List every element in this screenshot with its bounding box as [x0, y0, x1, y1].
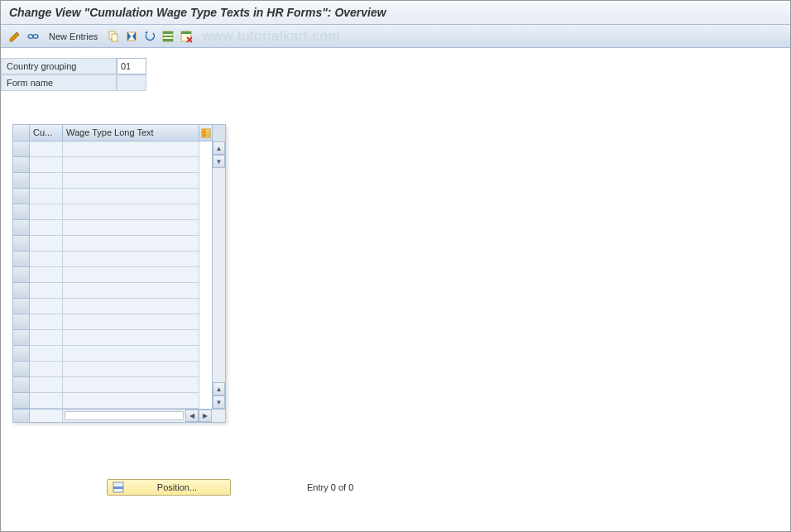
row-selector[interactable] [13, 157, 30, 173]
cell-wage-type[interactable] [63, 314, 199, 330]
cell-wage-type[interactable] [63, 173, 199, 189]
entry-status-text: Entry 0 of 0 [307, 482, 353, 492]
row-selector[interactable] [13, 252, 30, 267]
cell-cu[interactable] [30, 204, 63, 220]
table-row[interactable] [12, 346, 212, 362]
row-selector[interactable] [13, 204, 30, 220]
cell-wage-type[interactable] [63, 283, 199, 299]
table-row[interactable] [12, 236, 212, 252]
cell-cu[interactable] [30, 236, 63, 252]
cell-cu[interactable] [30, 362, 63, 377]
cell-cu[interactable] [30, 252, 63, 267]
table-row[interactable] [12, 204, 212, 220]
table-row[interactable] [12, 393, 212, 409]
cell-wage-type[interactable] [63, 346, 199, 362]
table-row[interactable] [12, 377, 212, 393]
cell-wage-type[interactable] [63, 236, 199, 252]
column-header-cu[interactable]: Cu... [30, 125, 63, 141]
table-row[interactable] [12, 362, 212, 377]
cell-wage-type[interactable] [63, 189, 199, 204]
select-all-column-header[interactable] [13, 125, 30, 141]
toggle-display-change-icon[interactable] [7, 29, 22, 44]
table-row[interactable] [12, 299, 212, 314]
delete-icon[interactable] [124, 29, 139, 44]
cell-wage-type[interactable] [63, 141, 199, 157]
watermark-text: www.tutorialkart.com [202, 28, 340, 45]
row-selector[interactable] [13, 141, 30, 157]
position-button[interactable]: Position... [107, 479, 231, 496]
cell-cu[interactable] [30, 267, 63, 283]
row-selector[interactable] [13, 362, 30, 377]
svg-rect-6 [163, 31, 173, 34]
row-selector[interactable] [13, 220, 30, 236]
scroll-down-button-2[interactable]: ▼ [213, 395, 225, 409]
table-row[interactable] [12, 252, 212, 267]
cell-wage-type[interactable] [63, 157, 199, 173]
cell-cu[interactable] [30, 173, 63, 189]
cell-cu[interactable] [30, 220, 63, 236]
column-header-wage-type[interactable]: Wage Type Long Text [63, 125, 199, 141]
table-row[interactable] [12, 314, 212, 330]
cell-cu[interactable] [30, 189, 63, 204]
cell-cu[interactable] [30, 314, 63, 330]
row-selector[interactable] [13, 283, 30, 299]
row-selector[interactable] [13, 330, 30, 346]
table-row[interactable] [12, 141, 212, 157]
country-grouping-label: Country grouping [1, 58, 117, 74]
scroll-left-button[interactable]: ◀ [185, 410, 199, 422]
cell-cu[interactable] [30, 393, 63, 409]
row-selector[interactable] [13, 299, 30, 314]
hscroll-thumb[interactable] [65, 411, 184, 420]
cell-wage-type[interactable] [63, 220, 199, 236]
svg-rect-16 [113, 482, 123, 492]
cell-wage-type[interactable] [63, 267, 199, 283]
cell-wage-type[interactable] [63, 362, 199, 377]
cell-wage-type[interactable] [63, 330, 199, 346]
form-name-field[interactable] [117, 74, 146, 91]
row-selector[interactable] [13, 393, 30, 409]
table-row[interactable] [12, 267, 212, 283]
table-row[interactable] [12, 283, 212, 299]
scroll-up-button[interactable]: ▲ [213, 141, 225, 155]
row-selector[interactable] [13, 377, 30, 393]
table-row[interactable] [12, 189, 212, 204]
row-selector[interactable] [13, 236, 30, 252]
table-settings-icon[interactable] [199, 125, 213, 141]
select-all-icon[interactable] [161, 29, 175, 44]
cell-wage-type[interactable] [63, 252, 199, 267]
cell-cu[interactable] [30, 330, 63, 346]
table-row[interactable] [12, 220, 212, 236]
row-selector[interactable] [13, 189, 30, 204]
table-row[interactable] [12, 330, 212, 346]
row-selector[interactable] [13, 267, 30, 283]
row-selector[interactable] [13, 314, 30, 330]
cell-wage-type[interactable] [63, 299, 199, 314]
row-selector[interactable] [13, 173, 30, 189]
cell-cu[interactable] [30, 377, 63, 393]
scroll-right-button[interactable]: ▶ [199, 410, 212, 422]
country-grouping-field[interactable]: 01 [117, 58, 146, 74]
deselect-all-icon[interactable] [179, 29, 194, 44]
scroll-down-button[interactable]: ▼ [213, 155, 225, 168]
row-selector[interactable] [13, 346, 30, 362]
cell-wage-type[interactable] [63, 393, 199, 409]
undo-change-icon[interactable] [142, 29, 157, 44]
cell-wage-type[interactable] [63, 204, 199, 220]
cell-cu[interactable] [30, 299, 63, 314]
vertical-scrollbar[interactable]: ▲ ▼ ▲ ▼ [212, 141, 225, 409]
position-icon [113, 482, 124, 493]
cell-cu[interactable] [30, 283, 63, 299]
horizontal-scrollbar[interactable]: ◀ ▶ [63, 409, 212, 422]
cell-cu[interactable] [30, 157, 63, 173]
cell-cu[interactable] [30, 346, 63, 362]
table-row[interactable] [12, 173, 212, 189]
cell-cu[interactable] [30, 141, 63, 157]
cell-wage-type[interactable] [63, 377, 199, 393]
new-entries-button[interactable]: New Entries [44, 31, 103, 41]
scroll-up-button-2[interactable]: ▲ [213, 382, 225, 395]
footer-row: Position... Entry 0 of 0 [107, 479, 353, 496]
other-view-icon[interactable] [26, 29, 41, 44]
copy-as-icon[interactable] [106, 29, 121, 44]
table-row[interactable] [12, 157, 212, 173]
table-header-row: Cu... Wage Type Long Text [12, 124, 225, 141]
